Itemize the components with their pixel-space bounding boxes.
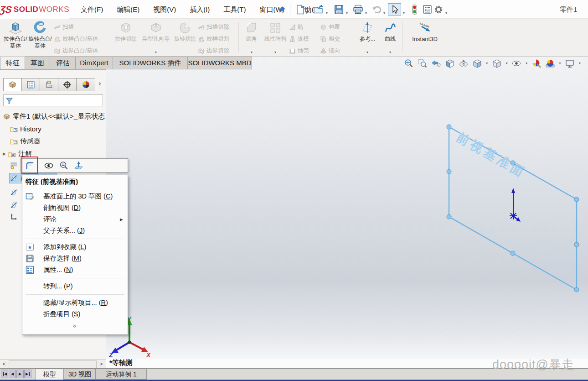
tree-item-part-root[interactable]: 零件1 (默认<<默认>_显示状态 (3, 111, 105, 122)
rib-button[interactable]: 筋 (289, 21, 304, 32)
curves-caret[interactable]: ▼ (389, 51, 392, 54)
menu-item-collapse-items[interactable]: 折叠项目 (S) (22, 308, 128, 320)
mirror-button[interactable]: 镜向 (320, 45, 340, 56)
menu-item-save-selection[interactable]: 保存选择 (M) (22, 253, 128, 264)
menu-item-properties[interactable]: 属性... (N) (22, 264, 128, 276)
pin-menubar-button[interactable] (276, 3, 288, 16)
file-properties-button[interactable] (421, 3, 433, 16)
display-style-button[interactable] (491, 58, 502, 69)
expander-icon[interactable]: ▶ (3, 151, 6, 156)
open-button[interactable] (313, 3, 325, 16)
hide-show-items-caret[interactable]: ▼ (525, 62, 528, 65)
instant3d-button[interactable]: Instant3D (406, 20, 444, 55)
swept-cut-button[interactable]: 扫描切除 (198, 21, 229, 32)
hide-show-button[interactable] (43, 160, 54, 171)
revolved-boss-button[interactable]: 旋转凸台/基体 (28, 20, 52, 55)
menu-item-hide-show-tree-items[interactable]: 隐藏/显示树项目... (R) (22, 297, 128, 308)
zoom-to-selection-button[interactable] (58, 160, 69, 171)
menu-item-section-view[interactable]: 剖面视图 (D) (22, 202, 128, 214)
menu-file[interactable]: 文件(F) (74, 0, 110, 19)
tab-dimxpert[interactable]: DimXpert (76, 57, 113, 69)
fillet-caret[interactable]: ▼ (250, 51, 253, 54)
save-caret[interactable]: ▼ (345, 8, 349, 16)
menu-insert[interactable]: 插入(I) (183, 0, 217, 19)
open-caret[interactable]: ▼ (325, 8, 329, 16)
rebuild-button[interactable] (408, 3, 420, 16)
section-view-button[interactable] (444, 58, 455, 69)
new-document-caret[interactable]: ▼ (305, 8, 309, 16)
fillet-button[interactable]: 圆角 ▼ (242, 20, 262, 55)
hole-wizard-caret[interactable]: ▼ (155, 51, 157, 54)
apply-scene-caret[interactable]: ▼ (558, 62, 561, 65)
panel-scrollbar[interactable]: < > (0, 359, 106, 369)
menu-item-parent-child[interactable]: 父子关系... (J) (22, 225, 128, 236)
display-style-caret[interactable]: ▼ (505, 62, 508, 65)
undo-button[interactable] (371, 3, 383, 16)
tree-item-sensors[interactable]: 传感器 (10, 136, 41, 146)
undo-caret[interactable]: ▼ (382, 8, 386, 16)
curves-button[interactable]: 曲线 ▼ (380, 20, 400, 55)
extruded-boss-button[interactable]: 拉伸凸台/基体 (4, 20, 27, 55)
view-settings-caret[interactable]: ▼ (578, 62, 581, 65)
tab-solidworks-addins[interactable]: SOLIDWORKS 插件 (113, 57, 188, 69)
hide-show-items-button[interactable] (511, 58, 522, 69)
tree-item-top-plane[interactable] (10, 187, 20, 198)
print-caret[interactable]: ▼ (364, 8, 368, 16)
view-orientation-button[interactable] (472, 58, 482, 69)
linear-pattern-button[interactable]: 线性阵列 ▼ (263, 20, 287, 55)
shell-button[interactable]: 抽壳 (289, 45, 309, 56)
hole-wizard-button[interactable]: 异型孔向导 ▼ (139, 20, 173, 55)
menu-view[interactable]: 视图(V) (146, 0, 183, 19)
tree-filter-field[interactable] (3, 94, 103, 106)
tab-solidworks-mbd[interactable]: SOLIDWORKS MBD (188, 57, 252, 69)
wrap-button[interactable]: 包覆 (320, 21, 340, 32)
graphics-area[interactable]: 前视基准面 (106, 57, 588, 359)
tab-3d-views[interactable]: 3D 视图 (64, 369, 96, 380)
menu-item-add-to-favorites[interactable]: ★ 添加到收藏 (L) (22, 241, 128, 253)
intersect-button[interactable]: 相交 (320, 33, 340, 44)
tab-featuremanager[interactable] (4, 78, 22, 91)
zoom-fit-button[interactable] (403, 58, 414, 69)
menu-edit[interactable]: 编辑(E) (110, 0, 146, 19)
menu-item-go-to[interactable]: 转到... (P) (22, 281, 128, 292)
tab-propertymanager[interactable] (22, 78, 40, 91)
tab-configurationmanager[interactable] (40, 78, 58, 91)
previous-tab-button[interactable]: ◀ (9, 370, 16, 378)
annotation-view-button[interactable]: A (458, 58, 469, 69)
reference-geometry-button[interactable]: 参考... ▼ (356, 20, 378, 55)
view-orientation-caret[interactable]: ▼ (485, 62, 488, 65)
tab-model[interactable]: 模型 (36, 369, 64, 380)
reference-geometry-caret[interactable]: ▼ (366, 51, 369, 54)
boundary-boss-button[interactable]: 边界凸台/基体 (54, 45, 98, 56)
edit-appearance-button[interactable] (531, 58, 542, 69)
swept-boss-button[interactable]: 扫描 (54, 21, 74, 32)
zoom-to-area-button[interactable] (417, 58, 428, 69)
boundary-cut-button[interactable]: 边界切除 (198, 45, 229, 56)
options-caret[interactable]: ▼ (444, 8, 448, 16)
normal-to-button[interactable] (73, 160, 84, 171)
tab-sketch[interactable]: 草图 (25, 57, 50, 69)
tab-displaymanager[interactable] (77, 78, 95, 91)
tree-item-history[interactable]: History (10, 123, 41, 134)
apply-scene-button[interactable] (545, 58, 555, 69)
menu-item-comment[interactable]: 评论 ▶ (22, 214, 128, 225)
tab-dimxpertmanager[interactable] (58, 78, 77, 91)
save-button[interactable] (333, 3, 345, 16)
extruded-cut-button[interactable]: 拉伸切除 (115, 20, 137, 55)
select-caret[interactable]: ▼ (402, 8, 406, 16)
tree-item-material[interactable] (10, 160, 18, 171)
print-button[interactable] (352, 3, 364, 16)
first-tab-button[interactable]: ◀ (1, 370, 8, 378)
scroll-left-button[interactable]: < (0, 360, 8, 368)
last-tab-button[interactable]: ▶ (24, 370, 31, 378)
menu-item-3d-sketch-on-plane[interactable]: 基准面上的 3D 草图 (C) (22, 191, 128, 202)
scroll-right-button[interactable]: > (98, 360, 105, 368)
draft-button[interactable]: 拔模 (289, 33, 309, 44)
menu-tools[interactable]: 工具(T) (217, 0, 253, 19)
linear-pattern-caret[interactable]: ▼ (274, 51, 277, 54)
tab-motion-study[interactable]: 运动算例 1 (96, 369, 147, 380)
panel-overflow-chevron[interactable]: › (98, 79, 101, 88)
menu-expand-button[interactable]: » (22, 323, 128, 333)
tab-evaluate[interactable]: 评估 (50, 57, 76, 69)
view-settings-button[interactable] (565, 58, 575, 69)
